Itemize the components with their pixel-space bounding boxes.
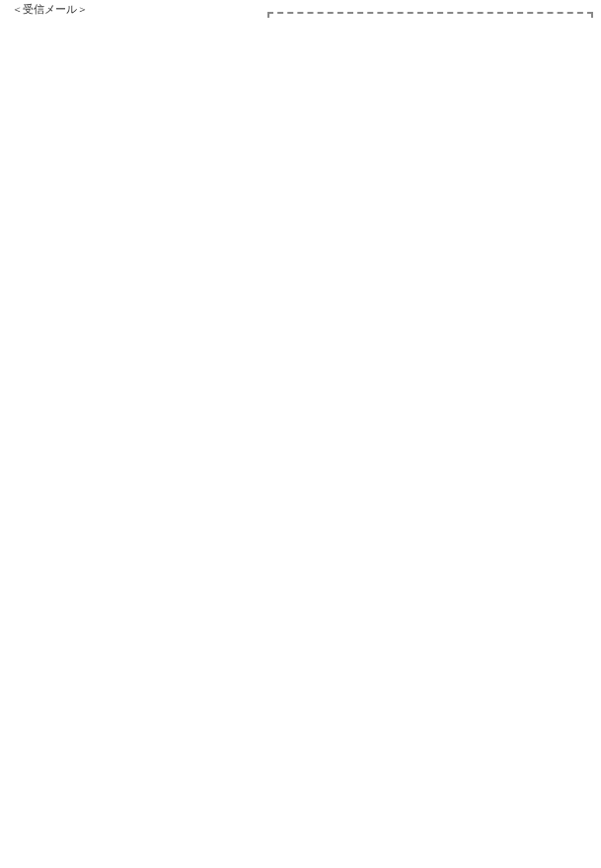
email-preview: 『ALL in Oneメール Gateway セキュリティプラス』 セキュリティ…	[267, 12, 593, 19]
sandbox-note: SANDBOXが安全と判断 できない添付ファイル	[73, 18, 202, 19]
